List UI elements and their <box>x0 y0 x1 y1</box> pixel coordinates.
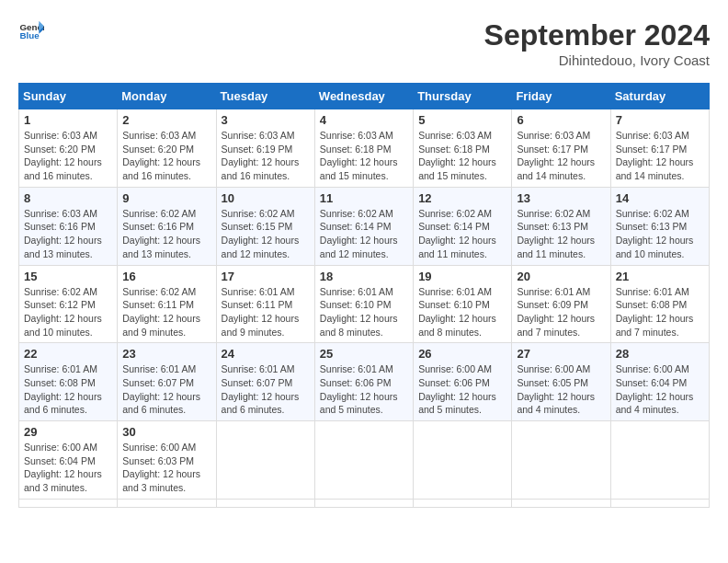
day-number: 5 <box>418 113 506 127</box>
day-number: 14 <box>616 191 704 205</box>
empty-cell <box>216 421 314 500</box>
day-info: Sunrise: 6:03 AM Sunset: 6:18 PM Dayligh… <box>418 129 506 183</box>
calendar-day: 28 Sunrise: 6:00 AM Sunset: 6:04 PM Dayl… <box>610 343 709 421</box>
day-number: 7 <box>616 113 704 127</box>
calendar-day: 12 Sunrise: 6:02 AM Sunset: 6:14 PM Dayl… <box>414 187 512 265</box>
calendar-day: 14 Sunrise: 6:02 AM Sunset: 6:13 PM Dayl… <box>610 187 709 265</box>
day-info: Sunrise: 6:00 AM Sunset: 6:03 PM Dayligh… <box>122 441 210 495</box>
calendar-day: 20 Sunrise: 6:01 AM Sunset: 6:09 PM Dayl… <box>512 265 610 343</box>
calendar-week-row: 15 Sunrise: 6:02 AM Sunset: 6:12 PM Dayl… <box>19 265 710 343</box>
calendar-day: 9 Sunrise: 6:02 AM Sunset: 6:16 PM Dayli… <box>118 187 216 265</box>
day-number: 2 <box>122 113 210 127</box>
title-block: September 2024 Dihintedouo, Ivory Coast <box>484 18 710 68</box>
calendar-day: 19 Sunrise: 6:01 AM Sunset: 6:10 PM Dayl… <box>414 265 512 343</box>
calendar-day: 15 Sunrise: 6:02 AM Sunset: 6:12 PM Dayl… <box>19 265 118 343</box>
logo: General Blue <box>18 18 44 44</box>
day-number: 29 <box>24 425 112 439</box>
day-number: 20 <box>517 270 605 283</box>
day-info: Sunrise: 6:00 AM Sunset: 6:04 PM Dayligh… <box>24 441 112 495</box>
calendar-week-row <box>19 499 710 507</box>
calendar-day: 24 Sunrise: 6:01 AM Sunset: 6:07 PM Dayl… <box>216 343 314 421</box>
day-info: Sunrise: 6:02 AM Sunset: 6:14 PM Dayligh… <box>418 207 506 261</box>
day-number: 23 <box>122 347 210 361</box>
day-info: Sunrise: 6:02 AM Sunset: 6:16 PM Dayligh… <box>122 207 210 261</box>
calendar-day: 18 Sunrise: 6:01 AM Sunset: 6:10 PM Dayl… <box>314 265 413 343</box>
page-header: General Blue September 2024 Dihintedouo,… <box>18 18 710 68</box>
day-info: Sunrise: 6:03 AM Sunset: 6:17 PM Dayligh… <box>517 129 605 183</box>
day-info: Sunrise: 6:03 AM Sunset: 6:16 PM Dayligh… <box>24 207 112 261</box>
calendar-day: 25 Sunrise: 6:01 AM Sunset: 6:06 PM Dayl… <box>314 343 413 421</box>
day-info: Sunrise: 6:02 AM Sunset: 6:11 PM Dayligh… <box>122 285 210 339</box>
day-number: 12 <box>418 191 506 205</box>
day-number: 17 <box>222 270 310 283</box>
svg-text:Blue: Blue <box>19 30 40 40</box>
calendar-week-row: 1 Sunrise: 6:03 AM Sunset: 6:20 PM Dayli… <box>19 109 710 188</box>
day-info: Sunrise: 6:00 AM Sunset: 6:04 PM Dayligh… <box>616 362 704 417</box>
calendar-day: 2 Sunrise: 6:03 AM Sunset: 6:20 PM Dayli… <box>118 109 216 188</box>
day-number: 8 <box>24 191 112 205</box>
header-monday: Monday <box>118 84 216 109</box>
calendar-day: 22 Sunrise: 6:01 AM Sunset: 6:08 PM Dayl… <box>19 343 118 421</box>
day-info: Sunrise: 6:01 AM Sunset: 6:11 PM Dayligh… <box>222 285 310 339</box>
day-number: 26 <box>418 347 506 361</box>
day-info: Sunrise: 6:03 AM Sunset: 6:18 PM Dayligh… <box>320 129 408 183</box>
day-number: 18 <box>320 270 408 283</box>
calendar-day: 26 Sunrise: 6:00 AM Sunset: 6:06 PM Dayl… <box>414 343 512 421</box>
calendar-day: 4 Sunrise: 6:03 AM Sunset: 6:18 PM Dayli… <box>314 109 413 188</box>
empty-cell <box>118 499 216 507</box>
calendar-week-row: 22 Sunrise: 6:01 AM Sunset: 6:08 PM Dayl… <box>19 343 710 421</box>
day-info: Sunrise: 6:03 AM Sunset: 6:19 PM Dayligh… <box>222 129 310 183</box>
calendar-day: 6 Sunrise: 6:03 AM Sunset: 6:17 PM Dayli… <box>512 109 610 188</box>
calendar-day: 7 Sunrise: 6:03 AM Sunset: 6:17 PM Dayli… <box>610 109 709 188</box>
header-friday: Friday <box>512 84 610 109</box>
empty-cell <box>414 499 512 507</box>
calendar-header-row: Sunday Monday Tuesday Wednesday Thursday… <box>19 84 710 109</box>
day-number: 16 <box>122 270 210 283</box>
empty-cell <box>512 421 610 500</box>
day-info: Sunrise: 6:02 AM Sunset: 6:13 PM Dayligh… <box>517 207 605 261</box>
day-info: Sunrise: 6:00 AM Sunset: 6:06 PM Dayligh… <box>418 362 506 417</box>
empty-cell <box>314 421 413 500</box>
day-info: Sunrise: 6:01 AM Sunset: 6:09 PM Dayligh… <box>517 285 605 339</box>
day-info: Sunrise: 6:01 AM Sunset: 6:08 PM Dayligh… <box>616 285 704 339</box>
calendar-day: 8 Sunrise: 6:03 AM Sunset: 6:16 PM Dayli… <box>19 187 118 265</box>
calendar-day: 10 Sunrise: 6:02 AM Sunset: 6:15 PM Dayl… <box>216 187 314 265</box>
day-info: Sunrise: 6:03 AM Sunset: 6:20 PM Dayligh… <box>24 129 112 183</box>
header-wednesday: Wednesday <box>314 84 413 109</box>
calendar-day: 21 Sunrise: 6:01 AM Sunset: 6:08 PM Dayl… <box>610 265 709 343</box>
calendar-day: 5 Sunrise: 6:03 AM Sunset: 6:18 PM Dayli… <box>414 109 512 188</box>
empty-cell <box>216 499 314 507</box>
day-number: 11 <box>320 191 408 205</box>
calendar-day: 17 Sunrise: 6:01 AM Sunset: 6:11 PM Dayl… <box>216 265 314 343</box>
day-info: Sunrise: 6:01 AM Sunset: 6:10 PM Dayligh… <box>418 285 506 339</box>
day-number: 6 <box>517 113 605 127</box>
day-number: 9 <box>122 191 210 205</box>
day-number: 30 <box>122 425 210 439</box>
calendar-day: 13 Sunrise: 6:02 AM Sunset: 6:13 PM Dayl… <box>512 187 610 265</box>
calendar-day: 23 Sunrise: 6:01 AM Sunset: 6:07 PM Dayl… <box>118 343 216 421</box>
day-number: 27 <box>517 347 605 361</box>
location: Dihintedouo, Ivory Coast <box>484 52 710 68</box>
day-number: 1 <box>24 113 112 127</box>
day-info: Sunrise: 6:01 AM Sunset: 6:08 PM Dayligh… <box>24 362 112 417</box>
day-number: 24 <box>222 347 310 361</box>
header-sunday: Sunday <box>19 84 118 109</box>
logo-icon: General Blue <box>18 18 44 44</box>
day-number: 19 <box>418 270 506 283</box>
day-info: Sunrise: 6:02 AM Sunset: 6:12 PM Dayligh… <box>24 285 112 339</box>
month-title: September 2024 <box>484 18 710 52</box>
calendar-table: Sunday Monday Tuesday Wednesday Thursday… <box>18 83 710 508</box>
calendar-day: 30 Sunrise: 6:00 AM Sunset: 6:03 PM Dayl… <box>118 421 216 500</box>
day-info: Sunrise: 6:02 AM Sunset: 6:13 PM Dayligh… <box>616 207 704 261</box>
header-tuesday: Tuesday <box>216 84 314 109</box>
day-number: 22 <box>24 347 112 361</box>
day-info: Sunrise: 6:01 AM Sunset: 6:07 PM Dayligh… <box>122 362 210 417</box>
day-number: 25 <box>320 347 408 361</box>
calendar-day: 16 Sunrise: 6:02 AM Sunset: 6:11 PM Dayl… <box>118 265 216 343</box>
calendar-day: 3 Sunrise: 6:03 AM Sunset: 6:19 PM Dayli… <box>216 109 314 188</box>
day-number: 10 <box>222 191 310 205</box>
day-number: 4 <box>320 113 408 127</box>
calendar-week-row: 8 Sunrise: 6:03 AM Sunset: 6:16 PM Dayli… <box>19 187 710 265</box>
empty-cell <box>314 499 413 507</box>
empty-cell <box>19 499 118 507</box>
